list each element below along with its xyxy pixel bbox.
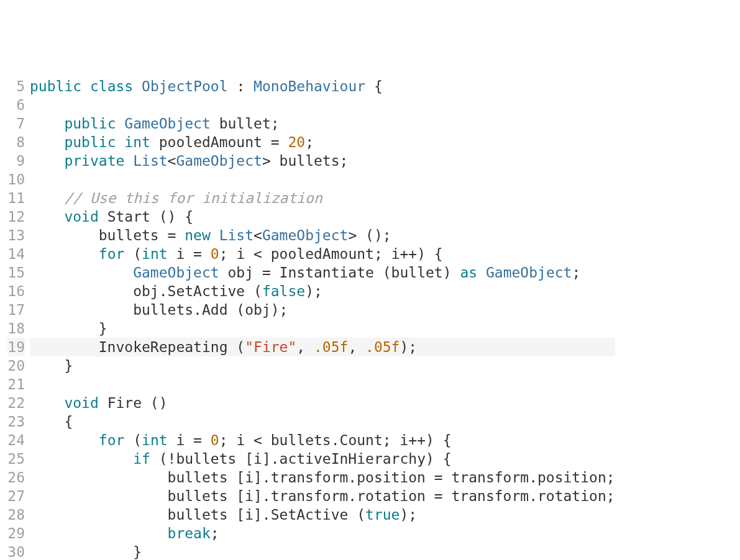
code-token: 0 [211,432,219,448]
code-line[interactable]: void Fire () [30,394,615,412]
line-number: 24 [7,431,25,449]
code-token: 0 [211,246,219,262]
code-line[interactable]: GameObject obj = Instantiate (bullet) as… [30,263,615,282]
code-token: public [64,115,116,132]
code-token [211,227,219,243]
code-token: for [99,246,125,262]
code-token: { [365,78,383,94]
code-token: < [254,227,262,243]
code-line[interactable]: bullets = new List<GameObject> (); [30,226,615,245]
code-line[interactable]: } [30,356,615,375]
code-token: obj = Instantiate (bullet) [219,264,460,281]
code-token: as [460,264,477,281]
code-line[interactable]: bullets.Add (obj); [30,300,615,319]
code-line[interactable]: if (!bullets [i].activeInHierarchy) { [30,449,615,468]
code-token: ); [305,283,322,299]
code-area[interactable]: public class ObjectPool : MonoBehaviour … [29,75,615,560]
code-token: ; [572,264,580,281]
code-token: public [30,78,81,94]
code-token: ; [211,525,219,541]
code-token: < [168,153,176,169]
code-token: ); [400,507,417,523]
code-line[interactable]: private List<GameObject> bullets; [30,151,615,170]
code-token: bullet; [211,115,280,132]
code-token: // Use this for initialization [64,190,322,206]
code-token: GameObject [176,153,262,169]
code-token [124,153,133,169]
code-token [116,134,124,150]
code-token [30,451,133,467]
code-token: List [219,227,254,243]
line-number: 17 [7,300,25,319]
line-number: 7 [7,114,25,133]
code-token: InvokeRepeating ( [30,339,245,355]
code-token: .05f [365,339,400,355]
code-token [477,264,486,281]
code-line[interactable]: break; [30,524,615,543]
code-token [30,246,99,262]
line-number: 18 [7,319,25,338]
line-number: 27 [7,487,25,505]
code-line[interactable] [30,170,615,189]
code-editor[interactable]: 5678910111213141516171819202122232425262… [0,75,740,560]
line-number: 16 [7,282,25,300]
code-token: "Fire" [245,339,296,355]
code-line[interactable]: for (int i = 0; i < bullets.Count; i++) … [30,431,615,449]
code-token: GameObject [486,264,572,281]
code-token: { [30,413,73,430]
code-token [30,115,64,132]
code-token: bullets.Add (obj); [30,302,288,318]
code-token [81,78,90,94]
line-number: 9 [7,151,25,170]
code-line[interactable]: bullets [i].transform.rotation = transfo… [30,487,615,505]
code-token: pooledAmount = [150,134,288,150]
code-line[interactable]: bullets [i].transform.position = transfo… [30,468,615,487]
line-number: 29 [7,524,25,543]
code-line[interactable]: } [30,543,615,560]
code-token: (!bullets [i].activeInHierarchy) { [150,451,452,467]
line-number: 23 [7,412,25,431]
code-line[interactable]: void Start () { [30,207,615,226]
code-token: ObjectPool [142,78,227,94]
code-token: int [124,134,150,150]
code-token [30,153,64,169]
code-token: bullets = [30,227,185,243]
line-number: 25 [7,449,25,468]
code-token: ; [305,134,314,150]
code-line[interactable]: public int pooledAmount = 20; [30,133,615,151]
code-token: int [142,432,168,448]
code-token: .05f [314,339,348,355]
code-line[interactable] [30,96,615,114]
code-line[interactable]: bullets [i].SetActive (true); [30,505,615,524]
code-token: } [30,544,142,560]
code-line[interactable]: public GameObject bullet; [30,114,615,133]
line-number: 30 [7,543,25,560]
line-number: 26 [7,468,25,487]
code-line[interactable]: { [30,412,615,431]
code-token: GameObject [133,264,219,281]
code-token [30,525,168,541]
code-token: ; i < pooledAmount; i++) { [219,246,443,262]
line-number-gutter: 5678910111213141516171819202122232425262… [0,75,29,560]
code-token: class [90,78,133,94]
code-token: > bullets; [262,153,348,169]
code-token [30,432,99,448]
code-line[interactable]: obj.SetActive (false); [30,282,615,300]
line-number: 20 [7,356,25,375]
code-line[interactable] [30,375,615,394]
line-number: 11 [7,189,25,207]
code-token: ( [124,246,142,262]
code-token: List [133,153,167,169]
code-token [30,264,133,281]
code-line[interactable]: // Use this for initialization [30,189,615,207]
line-number: 10 [7,170,25,189]
code-token: MonoBehaviour [254,78,365,94]
code-token: i = [168,246,211,262]
code-token: bullets [i].SetActive ( [30,507,365,523]
code-line[interactable]: } [30,319,615,338]
code-line[interactable]: public class ObjectPool : MonoBehaviour … [30,77,615,96]
code-token: new [185,227,211,243]
code-token: true [365,507,400,523]
code-line[interactable]: InvokeRepeating ("Fire", .05f, .05f); [30,338,615,356]
code-line[interactable]: for (int i = 0; i < pooledAmount; i++) { [30,245,615,263]
